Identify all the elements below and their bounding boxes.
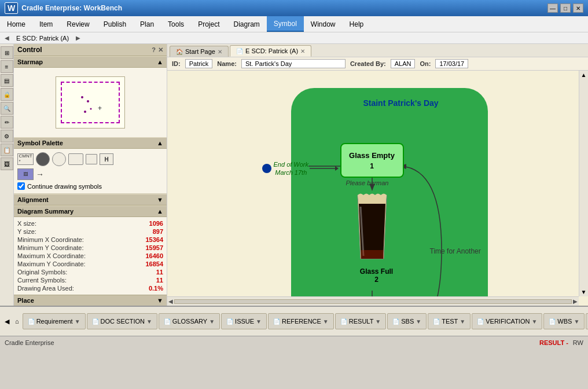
- diagram-summary-header[interactable]: Diagram Summary ▲: [14, 205, 167, 217]
- alignment-header[interactable]: Alignment ▼: [14, 194, 167, 205]
- menu-project[interactable]: Project: [191, 16, 226, 32]
- svg-point-0: [81, 96, 83, 98]
- scroll-right-btn[interactable]: ▶: [573, 298, 578, 304]
- tool-icon-3[interactable]: ▤: [1, 74, 13, 87]
- palette-image[interactable]: 🖼: [17, 168, 34, 180]
- palette-arrow[interactable]: →: [36, 170, 44, 179]
- end-of-work-annotation: End of WorkMarch 17th: [262, 160, 339, 177]
- control-header: Control ? ✕: [14, 44, 167, 56]
- menu-help[interactable]: Help: [343, 16, 371, 32]
- min-x-value: 15364: [145, 236, 163, 243]
- state-glass-empty[interactable]: Glass Empty 1: [340, 143, 404, 178]
- toolbar-back-arrow[interactable]: ◀: [2, 34, 12, 42]
- name-label: Name:: [217, 60, 237, 67]
- bottom-tab-doc-section[interactable]: 📄 DOC SECTION ▼: [87, 313, 157, 329]
- rw-label: RW: [573, 339, 583, 346]
- palette-small-rect[interactable]: [86, 154, 97, 164]
- end-of-work-dot: [262, 164, 271, 173]
- menu-diagram[interactable]: Diagram: [226, 16, 266, 32]
- starmap-content: +: [56, 77, 124, 128]
- created-by-value[interactable]: ALAN: [391, 59, 416, 68]
- bottom-tab-test[interactable]: 📄 TEST ▼: [428, 313, 471, 329]
- left-icon-strip: ⊞ ≡ ▤ 🔒 🔍 ✏ ⚙ 📋 🖼: [0, 44, 14, 306]
- palette-comment[interactable]: CMNT*: [17, 153, 34, 165]
- bottom-tab-sbs[interactable]: 📄 SBS ▼: [387, 313, 427, 329]
- id-value[interactable]: Patrick: [185, 59, 213, 68]
- name-value[interactable]: St. Partick's Day: [241, 59, 346, 68]
- help-icon[interactable]: ?: [152, 46, 156, 54]
- tool-icon-2[interactable]: ≡: [1, 60, 13, 73]
- menu-plan[interactable]: Plan: [133, 16, 161, 32]
- tab-start-page[interactable]: 🏠 Start Page ✕: [170, 46, 229, 57]
- scroll-up-arrow[interactable]: ▲: [581, 72, 587, 78]
- scroll-down-arrow[interactable]: ▼: [581, 289, 587, 295]
- menu-publish[interactable]: Publish: [97, 16, 133, 32]
- bottom-tab-glossary[interactable]: 📄 GLOSSARY ▼: [159, 313, 220, 329]
- diagram-canvas[interactable]: Staint Patrick's Day Glass Empty 1 Pleas…: [167, 71, 588, 306]
- tab-e-scd-close[interactable]: ✕: [300, 48, 305, 54]
- starmap-header[interactable]: Starmap ▲: [14, 56, 167, 68]
- menu-item[interactable]: Item: [32, 16, 60, 32]
- bottom-tabs-home[interactable]: ⌂: [13, 318, 21, 325]
- scrollbar-track[interactable]: [174, 299, 572, 304]
- palette-rectangle[interactable]: [68, 153, 83, 165]
- bottom-tab-verification[interactable]: 📄 VERIFICATION ▼: [472, 313, 542, 329]
- x-size-value: 1096: [149, 220, 163, 227]
- menu-window[interactable]: Window: [304, 16, 343, 32]
- close-panel-icon[interactable]: ✕: [158, 46, 163, 54]
- menu-tools[interactable]: Tools: [161, 16, 191, 32]
- window-title: Cradle Enterprise: WorkBench: [21, 4, 122, 12]
- bottom-tab-requirement[interactable]: 📄 Requirement ▼: [23, 313, 86, 329]
- end-of-work-arrow: [310, 166, 339, 171]
- svg-point-3: [90, 108, 92, 110]
- tool-icon-6[interactable]: ✏: [1, 116, 13, 129]
- bottom-tab-result[interactable]: 📄 RESULT ▼: [335, 313, 387, 329]
- tool-icon-7[interactable]: ⚙: [1, 130, 13, 142]
- continue-drawing-label: Continue drawing symbols: [27, 183, 102, 190]
- starmap-canvas: +: [56, 76, 125, 129]
- palette-h-symbol[interactable]: H: [100, 153, 113, 165]
- tool-icon-8[interactable]: 📋: [1, 144, 13, 156]
- toolbar-forward-arrow[interactable]: ▶: [74, 34, 83, 42]
- diagram-title: Staint Patrick's Day: [332, 98, 471, 108]
- diagram-summary: X size: 1096 Y size: 897 Minimum X Coord…: [14, 217, 167, 295]
- continue-drawing-checkbox[interactable]: [17, 182, 25, 190]
- place-section[interactable]: Place ▼: [14, 295, 167, 306]
- tool-icon-4[interactable]: 🔒: [1, 88, 13, 101]
- menu-home[interactable]: Home: [0, 16, 32, 32]
- bottom-tab-event[interactable]: 📄 Event ▼: [586, 313, 588, 329]
- tab-e-scd-label: E SCD: Patrick (A): [245, 47, 298, 54]
- close-button[interactable]: ✕: [573, 3, 583, 13]
- symbol-palette-header[interactable]: Symbol Palette ▲: [14, 137, 167, 149]
- beer-glass-image: [349, 189, 395, 265]
- main-layout: ⊞ ≡ ▤ 🔒 🔍 ✏ ⚙ 📋 🖼 Control ? ✕ Starmap ▲: [0, 44, 588, 306]
- palette-collapse-icon: ▲: [157, 140, 163, 146]
- palette-circle-outline[interactable]: [52, 152, 66, 166]
- bottom-tab-wbs[interactable]: 📄 WBS ▼: [543, 313, 585, 329]
- drawing-area-value: 0.1%: [149, 285, 163, 292]
- scroll-left-arrow[interactable]: ◀: [168, 298, 173, 304]
- bottom-tabs-back[interactable]: ◀: [2, 318, 12, 325]
- maximize-button[interactable]: □: [560, 3, 571, 13]
- tab-start-page-close[interactable]: ✕: [218, 49, 222, 55]
- tab-start-page-label: Start Page: [185, 48, 215, 55]
- menu-review[interactable]: Review: [60, 16, 96, 32]
- on-value[interactable]: 17/03/17: [435, 59, 468, 68]
- palette-filled-circle[interactable]: [36, 152, 50, 166]
- min-y-value: 15957: [145, 244, 163, 251]
- y-size-value: 897: [153, 228, 163, 235]
- bottom-tabs: ◀ ⌂ 📄 Requirement ▼ 📄 DOC SECTION ▼ 📄 GL…: [0, 306, 588, 336]
- menu-symbol[interactable]: Symbol: [267, 16, 304, 32]
- bottom-tab-reference[interactable]: 📄 REFERENCE ▼: [268, 313, 334, 329]
- tab-e-scd[interactable]: 📄 E SCD: Patrick (A) ✕: [230, 45, 311, 57]
- toolbar-area: ◀ E SCD: Patrick (A) ▶: [0, 32, 588, 44]
- app-logo: W: [5, 2, 18, 14]
- canvas-scrollbar: ◀ ▶: [167, 296, 579, 306]
- minimize-button[interactable]: —: [547, 3, 558, 13]
- scroll-right[interactable]: ▲ ▼: [579, 71, 588, 296]
- tool-icon-1[interactable]: ⊞: [1, 46, 13, 59]
- x-size-label: X size:: [17, 220, 36, 227]
- tool-icon-9[interactable]: 🖼: [1, 157, 13, 170]
- tool-icon-5[interactable]: 🔍: [1, 102, 13, 115]
- bottom-tab-issue[interactable]: 📄 ISSUE ▼: [221, 313, 267, 329]
